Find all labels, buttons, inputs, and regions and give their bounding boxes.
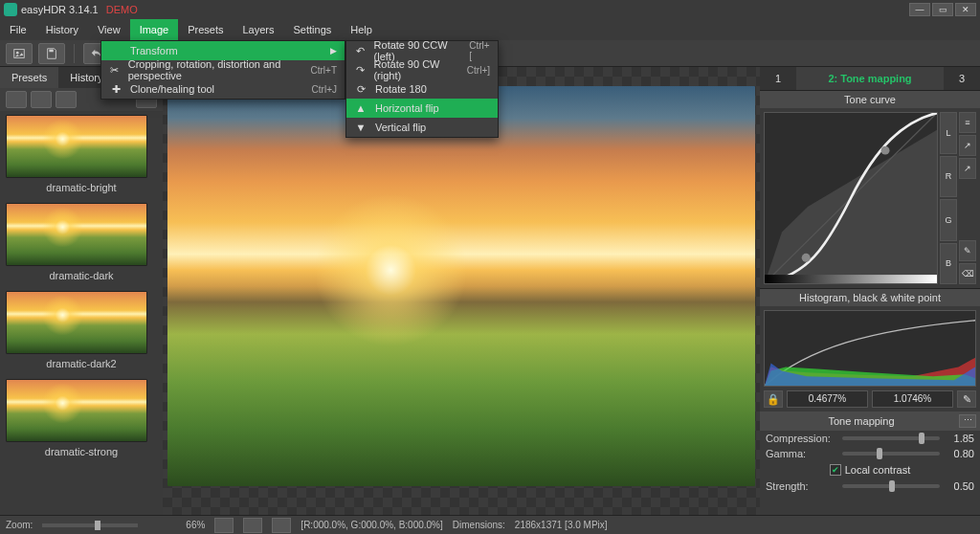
zoom-slider[interactable]	[42, 523, 138, 527]
gamma-label: Gamma:	[766, 448, 836, 459]
preset-label: dramatic-strong	[6, 442, 157, 465]
white-point-field[interactable]: 1.0746%	[872, 390, 953, 408]
compare-button[interactable]	[272, 518, 291, 533]
preset-user-button[interactable]	[6, 91, 27, 108]
menubar: File History View Image Presets Layers S…	[0, 19, 980, 40]
channel-b[interactable]: B	[940, 243, 957, 285]
app-icon	[4, 3, 17, 16]
svg-rect-7	[765, 275, 937, 283]
channel-r[interactable]: R	[940, 156, 957, 198]
menu-view[interactable]: View	[88, 19, 130, 40]
local-contrast-row[interactable]: ✔ Local contrast	[760, 461, 980, 478]
save-button[interactable]	[38, 43, 65, 64]
menu-item-crop[interactable]: ✂ Cropping, rotation, distortion and per…	[101, 60, 345, 79]
step-3-tab[interactable]: 3	[944, 67, 980, 90]
svg-point-5	[802, 254, 811, 262]
menu-item-transform[interactable]: Transform ▶	[101, 41, 345, 60]
menu-item-label: Vertical flip	[375, 122, 426, 133]
strength-slider[interactable]	[842, 484, 940, 488]
svg-rect-2	[49, 49, 53, 52]
menu-image[interactable]: Image	[130, 19, 179, 40]
histogram-chart[interactable]	[764, 310, 976, 387]
menu-shortcut: Ctrl+J	[312, 84, 337, 95]
tone-curve-chart[interactable]	[764, 112, 938, 284]
preset-home-button[interactable]	[31, 91, 52, 108]
menu-history[interactable]: History	[36, 19, 88, 40]
lock-button[interactable]: 🔒	[764, 390, 783, 408]
rotate-cw-icon: ↷	[354, 64, 366, 77]
channel-g[interactable]: G	[940, 199, 957, 241]
maximize-button[interactable]: ▭	[932, 3, 953, 16]
curve-tools: ≡ ↗ ↗ ✎ ⌫	[959, 112, 976, 284]
tab-presets[interactable]: Presets	[0, 67, 58, 88]
menu-shortcut: Ctrl+]	[467, 65, 490, 76]
submenu-vflip[interactable]: ▼ Vertical flip	[346, 118, 498, 137]
curve-list-button[interactable]: ≡	[959, 112, 976, 133]
step-2-tab[interactable]: 2: Tone mapping	[796, 67, 944, 90]
svg-point-6	[881, 146, 890, 155]
preset-fav-button[interactable]	[56, 91, 77, 108]
curve-preset2-button[interactable]: ↗	[959, 158, 976, 179]
tone-mapping-menu-button[interactable]: ⋯	[959, 414, 976, 428]
curve-edit-button[interactable]: ✎	[959, 240, 976, 261]
compression-row: Compression: 1.85	[760, 431, 980, 446]
submenu-rotate-cw[interactable]: ↷ Rotate 90 CW (right) Ctrl+]	[346, 60, 498, 79]
menu-help[interactable]: Help	[341, 19, 382, 40]
rotate-ccw-icon: ↶	[354, 45, 367, 57]
main-image[interactable]	[167, 86, 755, 486]
channel-l[interactable]: L	[940, 112, 957, 154]
compression-slider[interactable]	[842, 436, 940, 440]
preset-item[interactable]: dramatic-bright	[6, 115, 157, 201]
strength-label: Strength:	[766, 480, 836, 492]
preset-label: dramatic-bright	[6, 178, 157, 201]
menu-item-clone[interactable]: ✚ Clone/healing tool Ctrl+J	[101, 79, 345, 99]
zoom-fit-button[interactable]	[214, 518, 234, 533]
menu-item-label: Rotate 180	[375, 83, 427, 95]
preset-label: dramatic-dark	[6, 266, 157, 289]
dimensions-label: Dimensions:	[453, 520, 505, 530]
submenu-arrow-icon: ▶	[330, 46, 337, 56]
preset-item[interactable]: dramatic-dark2	[6, 291, 157, 377]
close-button[interactable]: ✕	[955, 3, 976, 16]
local-contrast-checkbox[interactable]: ✔	[830, 464, 841, 476]
statusbar: Zoom: 66% [R:000.0%, G:000.0%, B:000.0%]…	[0, 515, 980, 534]
black-point-field[interactable]: 0.4677%	[787, 390, 868, 408]
snapshot-button[interactable]	[243, 518, 262, 533]
preset-list[interactable]: dramatic-bright dramatic-dark dramatic-d…	[0, 111, 163, 515]
menu-layers[interactable]: Layers	[234, 19, 284, 40]
clone-icon: ✚	[109, 83, 122, 96]
minimize-button[interactable]: —	[909, 3, 930, 16]
menu-shortcut: Ctrl+[	[469, 40, 490, 61]
strength-row: Strength: 0.50	[760, 478, 980, 494]
menu-item-label: Rotate 90 CW (right)	[373, 58, 458, 81]
rgb-readout: [R:000.0%, G:000.0%, B:000.0%]	[301, 520, 442, 530]
app-title: easyHDR 3.14.1	[21, 4, 99, 15]
strength-value: 0.50	[946, 480, 974, 492]
step-1-tab[interactable]: 1	[760, 67, 796, 90]
menu-presets[interactable]: Presets	[178, 19, 233, 40]
picker-button[interactable]: ✎	[957, 390, 976, 408]
preset-label: dramatic-dark2	[6, 354, 157, 377]
menu-settings[interactable]: Settings	[284, 19, 342, 40]
rotate-180-icon: ⟳	[354, 83, 368, 96]
compression-label: Compression:	[766, 433, 836, 444]
vflip-icon: ▼	[354, 122, 368, 133]
channel-buttons: L R G B	[940, 112, 957, 284]
section-title-tonecurve: Tone curve	[760, 90, 980, 108]
menu-file[interactable]: File	[0, 19, 36, 40]
section-title-histogram: Histogram, black & white point	[760, 288, 980, 306]
curve-preset1-button[interactable]: ↗	[959, 135, 976, 156]
gamma-value: 0.80	[946, 448, 974, 459]
preset-item[interactable]: dramatic-strong	[6, 379, 157, 465]
gamma-row: Gamma: 0.80	[760, 446, 980, 461]
blackwhite-row: 🔒 0.4677% 1.0746% ✎	[760, 390, 980, 412]
preset-item[interactable]: dramatic-dark	[6, 203, 157, 289]
submenu-rotate-180[interactable]: ⟳ Rotate 180	[346, 79, 498, 99]
preset-thumb	[6, 291, 147, 354]
submenu-rotate-ccw[interactable]: ↶ Rotate 90 CCW (left) Ctrl+[	[346, 41, 498, 60]
gamma-slider[interactable]	[842, 452, 940, 456]
open-image-button[interactable]	[6, 43, 33, 64]
submenu-hflip[interactable]: ▲ Horizontal flip	[346, 99, 498, 118]
hflip-icon: ▲	[354, 102, 368, 114]
curve-reset-button[interactable]: ⌫	[959, 263, 976, 284]
